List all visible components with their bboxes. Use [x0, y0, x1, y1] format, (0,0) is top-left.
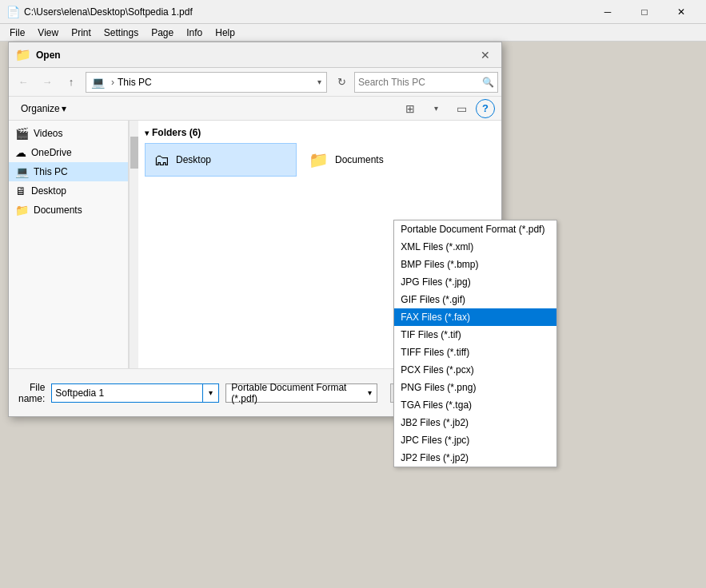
sidebar-item-desktop[interactable]: 🖥 Desktop: [9, 181, 128, 201]
organize-label: Organize: [21, 103, 60, 114]
title-bar-text: C:\Users\elena\Desktop\Softpedia 1.pdf: [24, 6, 589, 18]
sidebar-item-onedrive[interactable]: ☁ OneDrive: [9, 143, 128, 162]
dialog-bottom: File name: ▾ Portable Document Format (*…: [9, 368, 501, 416]
breadcrumb-separator: ›: [111, 77, 114, 88]
menu-view[interactable]: View: [31, 26, 65, 40]
nav-back-button[interactable]: ←: [12, 71, 34, 93]
folder-name-desktop: Desktop: [176, 154, 211, 165]
file-name-label: File name:: [18, 382, 45, 404]
desktop-icon: 🖥: [15, 185, 26, 197]
breadcrumb-text: This PC: [118, 77, 152, 88]
sidebar-item-label-videos: Videos: [34, 128, 62, 139]
menu-settings[interactable]: Settings: [98, 26, 145, 40]
minimize-button[interactable]: ─: [589, 0, 626, 24]
filetype-option-pcx[interactable]: PCX Files (*.pcx): [394, 361, 556, 379]
sidebar-item-documents[interactable]: 📁 Documents: [9, 201, 128, 220]
nav-up-button[interactable]: ↑: [60, 71, 82, 93]
open-dialog: 📁 Open ✕ ← → ↑ 💻 › This PC ▾ ↻ 🔍 Organiz…: [8, 42, 502, 417]
maximize-button[interactable]: □: [626, 0, 663, 24]
nav-refresh-button[interactable]: ↻: [330, 71, 353, 93]
title-bar-buttons: ─ □ ✕: [589, 0, 700, 24]
documents-icon: 📁: [15, 204, 29, 217]
sidebar-scroll-thumb: [130, 137, 138, 169]
search-box[interactable]: 🔍: [354, 72, 498, 93]
menu-file[interactable]: File: [3, 26, 31, 40]
organize-arrow-icon: ▾: [62, 103, 66, 114]
filetype-option-jb2[interactable]: JB2 Files (*.jb2): [394, 414, 556, 431]
breadcrumb[interactable]: 💻 › This PC ▾: [86, 72, 327, 93]
sidebar-item-label-desktop: Desktop: [31, 185, 66, 197]
sidebar-item-label-onedrive: OneDrive: [31, 147, 72, 158]
filetype-option-png[interactable]: PNG Files (*.png): [394, 379, 556, 396]
desktop-folder-icon: 🗂: [154, 151, 170, 169]
file-type-wrapper: Portable Document Format (*.pdf) ▾ Porta…: [225, 383, 377, 403]
menu-bar: File View Print Settings Page Info Help: [0, 24, 706, 42]
nav-forward-button[interactable]: →: [36, 71, 58, 93]
filetype-option-gif[interactable]: GIF Files (*.gif): [394, 291, 556, 308]
sidebar-item-label-thispc: This PC: [34, 166, 68, 177]
folder-item-desktop[interactable]: 🗂 Desktop: [145, 143, 297, 177]
filetype-option-pdf[interactable]: Portable Document Format (*.pdf): [394, 220, 556, 238]
search-input[interactable]: [358, 77, 482, 88]
sidebar: 🎬 Videos ☁ OneDrive 💻 This PC 🖥 Desktop …: [9, 121, 129, 368]
file-type-current: Portable Document Format (*.pdf): [231, 382, 368, 404]
filetype-option-tiff[interactable]: TIFF Files (*.tiff): [394, 344, 556, 361]
file-type-dropdown: Portable Document Format (*.pdf) XML Fil…: [393, 220, 557, 467]
menu-page[interactable]: Page: [145, 26, 180, 40]
filetype-option-jp2[interactable]: JP2 Files (*.jp2): [394, 449, 556, 467]
help-button[interactable]: ?: [476, 99, 495, 118]
thispc-icon: 💻: [15, 165, 29, 178]
folder-name-documents: Documents: [335, 154, 384, 165]
sidebar-scrollbar[interactable]: [129, 121, 138, 368]
pc-icon: 💻: [91, 76, 105, 89]
filetype-option-tga[interactable]: TGA Files (*.tga): [394, 396, 556, 414]
file-name-input-wrapper: ▾: [51, 383, 219, 403]
toolbar: Organize ▾ ⊞ ▾ ▭ ?: [9, 97, 501, 121]
file-type-display[interactable]: Portable Document Format (*.pdf) ▾: [225, 383, 377, 403]
organize-button[interactable]: Organize ▾: [15, 101, 72, 117]
sidebar-item-label-documents: Documents: [34, 205, 82, 216]
filetype-option-jpc[interactable]: JPC Files (*.jpc): [394, 431, 556, 449]
filetype-option-jpg[interactable]: JPG Files (*.jpg): [394, 273, 556, 291]
app-icon: 📄: [6, 6, 19, 18]
folders-section-label: Folders (6): [152, 127, 201, 138]
menu-print[interactable]: Print: [65, 26, 98, 40]
dialog-title-bar: 📁 Open ✕: [9, 42, 501, 68]
filetype-option-bmp[interactable]: BMP Files (*.bmp): [394, 256, 556, 273]
breadcrumb-dropdown-arrow[interactable]: ▾: [317, 77, 321, 86]
documents-folder-icon: 📁: [309, 150, 329, 169]
file-type-arrow-icon: ▾: [368, 388, 372, 397]
folders-section-header[interactable]: ▾ Folders (6): [145, 127, 495, 138]
file-name-row: File name: ▾ Portable Document Format (*…: [18, 382, 492, 404]
menu-help[interactable]: Help: [209, 26, 241, 40]
file-name-dropdown-button[interactable]: ▾: [203, 383, 219, 403]
sidebar-item-thispc[interactable]: 💻 This PC: [9, 162, 128, 181]
file-name-input[interactable]: [51, 383, 203, 403]
filetype-option-fax[interactable]: FAX Files (*.fax): [394, 308, 556, 326]
toolbar-right: ⊞ ▾ ▭ ?: [399, 99, 495, 118]
videos-icon: 🎬: [15, 127, 29, 140]
dialog-icon: 📁: [15, 47, 31, 62]
folders-chevron-icon: ▾: [145, 129, 149, 137]
close-button[interactable]: ✕: [663, 0, 700, 24]
view-details-button[interactable]: ▭: [450, 99, 473, 118]
filetype-option-xml[interactable]: XML Files (*.xml): [394, 238, 556, 256]
nav-bar: ← → ↑ 💻 › This PC ▾ ↻ 🔍: [9, 68, 501, 97]
dialog-title: Open: [36, 50, 476, 61]
dialog-close-button[interactable]: ✕: [476, 46, 495, 65]
title-bar: 📄 C:\Users\elena\Desktop\Softpedia 1.pdf…: [0, 0, 706, 24]
folders-grid: 🗂 Desktop 📁 Documents: [145, 143, 495, 177]
view-dropdown-button[interactable]: ▾: [425, 99, 447, 118]
menu-info[interactable]: Info: [180, 26, 209, 40]
search-icon: 🔍: [482, 77, 494, 88]
folder-item-documents[interactable]: 📁 Documents: [300, 143, 452, 177]
onedrive-icon: ☁: [15, 146, 26, 159]
view-grid-button[interactable]: ⊞: [399, 99, 421, 118]
filetype-option-tif[interactable]: TIF Files (*.tif): [394, 326, 556, 344]
sidebar-item-videos[interactable]: 🎬 Videos: [9, 124, 128, 143]
